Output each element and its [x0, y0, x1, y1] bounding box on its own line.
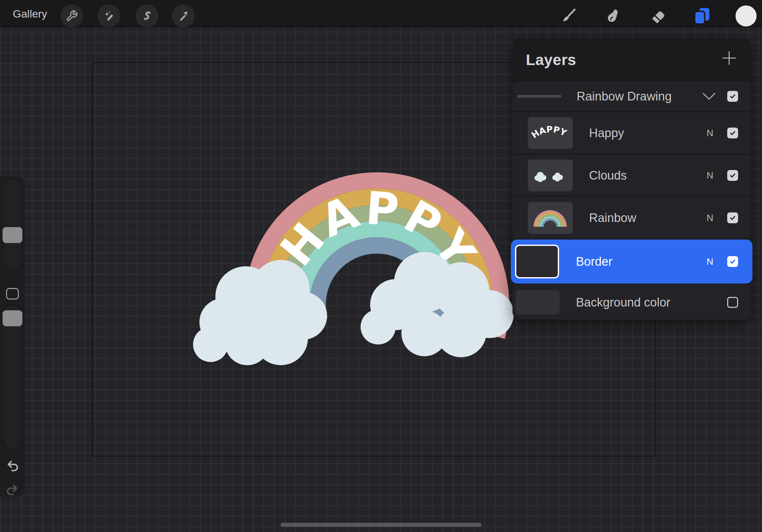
visibility-checkbox[interactable]	[727, 128, 738, 138]
top-toolbar: Gallery	[0, 0, 762, 28]
layer-name: Clouds	[589, 168, 627, 182]
collapse-group-button[interactable]	[702, 92, 716, 101]
add-layer-button[interactable]	[720, 49, 738, 67]
visibility-checkbox[interactable]	[727, 91, 738, 102]
layer-list: Rainbow Drawing	[512, 82, 751, 320]
layers-panel-button[interactable]	[691, 4, 714, 28]
layers-panel: Layers Rainbow Drawing	[512, 37, 751, 320]
brush-tool-button[interactable]	[557, 4, 580, 28]
layers-panel-title: Layers	[526, 51, 576, 69]
visibility-checkbox[interactable]	[727, 170, 738, 181]
layer-name: Background color	[576, 295, 670, 309]
background-color-thumbnail	[516, 290, 560, 314]
layer-thumbnail: HAPPY	[528, 117, 573, 149]
layer-thumbnail	[515, 245, 559, 279]
check-icon	[729, 171, 736, 179]
check-icon	[729, 258, 736, 265]
visibility-checkbox[interactable]	[727, 297, 738, 308]
layer-name: Rainbow Drawing	[576, 90, 672, 103]
brush-opacity-slider[interactable]	[3, 304, 22, 450]
check-icon	[729, 214, 736, 222]
svg-text:HAPPY: HAPPY	[530, 124, 568, 140]
layer-row-rainbow-drawing-group[interactable]: Rainbow Drawing	[512, 82, 751, 111]
layer-row-happy[interactable]: HAPPY Happy N	[512, 112, 751, 154]
layers-icon	[693, 7, 711, 25]
magic-wand-icon	[103, 10, 115, 22]
gallery-button[interactable]: Gallery	[13, 7, 47, 20]
actions-button[interactable]	[60, 4, 83, 28]
procreate-app: HAPPY Gallery	[0, 0, 762, 532]
layer-thumbnail	[528, 202, 573, 234]
layer-name: Border	[576, 255, 612, 269]
brush-icon	[559, 7, 577, 25]
smudge-finger-icon	[603, 7, 621, 25]
undo-icon	[5, 459, 20, 473]
blend-mode-badge[interactable]: N	[704, 170, 717, 180]
modify-button[interactable]	[6, 288, 19, 299]
blend-mode-badge[interactable]: N	[704, 256, 717, 267]
layers-panel-header: Layers	[512, 37, 751, 82]
transform-arrow-icon	[177, 10, 189, 22]
brush-size-slider[interactable]	[3, 178, 22, 271]
group-thumbnail-line	[517, 95, 562, 98]
layer-name: Happy	[589, 126, 624, 140]
undo-button[interactable]	[5, 459, 20, 473]
adjustments-button[interactable]	[97, 4, 120, 28]
eraser-icon	[648, 7, 666, 25]
erase-tool-button[interactable]	[646, 4, 669, 28]
redo-icon	[5, 483, 20, 497]
layer-row-clouds[interactable]: Clouds N	[512, 155, 751, 196]
selection-s-icon	[141, 10, 153, 22]
redo-button[interactable]	[5, 483, 20, 497]
visibility-checkbox[interactable]	[727, 212, 738, 223]
blend-mode-badge[interactable]: N	[704, 128, 717, 138]
smudge-tool-button[interactable]	[601, 4, 624, 28]
blend-mode-badge[interactable]: N	[704, 212, 717, 223]
brush-size-handle[interactable]	[3, 227, 22, 243]
plus-icon	[722, 51, 736, 65]
color-circle-icon[interactable]	[735, 5, 757, 27]
home-indicator[interactable]	[280, 523, 482, 527]
check-icon	[729, 129, 736, 137]
chevron-down-icon	[702, 92, 716, 100]
wrench-icon	[66, 10, 78, 22]
brush-sidebar	[0, 176, 25, 497]
brush-opacity-handle[interactable]	[3, 310, 22, 326]
layer-row-border-selected[interactable]: Border N	[511, 239, 752, 284]
check-icon	[729, 93, 736, 100]
selection-button[interactable]	[135, 4, 158, 28]
layer-row-rainbow[interactable]: Rainbow N	[512, 197, 751, 238]
visibility-checkbox[interactable]	[727, 256, 738, 267]
layer-thumbnail	[528, 160, 573, 191]
layer-name: Rainbow	[589, 211, 636, 225]
transform-button[interactable]	[172, 4, 194, 28]
layer-row-background-color[interactable]: Background color	[512, 285, 751, 320]
